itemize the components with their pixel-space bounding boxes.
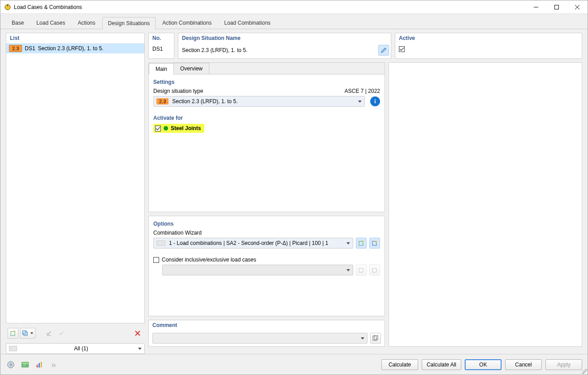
svg-rect-3: [11, 331, 15, 336]
tab-actions[interactable]: Actions: [72, 17, 101, 29]
chart-icon[interactable]: [35, 360, 44, 370]
apply-button[interactable]: Apply: [545, 359, 582, 370]
wizard-dropdown[interactable]: 1 - Load combinations | SA2 - Second-ord…: [153, 238, 353, 249]
filter-value: All (1): [27, 345, 135, 352]
svg-rect-1: [7, 4, 8, 6]
main-tab-panel: Main Overview Settings Design situation …: [148, 62, 385, 212]
comment-title: Comment: [149, 320, 385, 330]
edit-name-button[interactable]: [378, 45, 389, 56]
active-label: Active: [395, 33, 582, 43]
options-title: Options: [153, 221, 380, 227]
design-type-dropdown[interactable]: 2.3 Section 2.3 (LRFD), 1. to 5.: [153, 96, 365, 107]
consider-edit-button[interactable]: [369, 265, 380, 275]
design-type-value: Section 2.3 (LRFD), 1. to 5.: [172, 98, 238, 105]
design-type-badge: 2.3: [156, 98, 169, 105]
status-dot-icon: [164, 126, 168, 131]
uncheck-all-button[interactable]: [56, 328, 67, 339]
list-row-badge: 2.3: [9, 45, 22, 52]
list-header: List: [6, 33, 144, 43]
list-filter-dropdown[interactable]: All (1): [6, 343, 145, 354]
activate-title: Activate for: [153, 115, 380, 121]
no-value: DS1: [149, 43, 174, 55]
titlebar: Load Cases & Combinations: [0, 0, 588, 14]
list-toolbar: [6, 327, 145, 340]
wizard-edit-button[interactable]: [369, 238, 380, 249]
comment-library-button[interactable]: [370, 333, 381, 344]
ok-button[interactable]: OK: [465, 359, 502, 370]
design-type-label: Design situation type: [153, 88, 345, 94]
filter-swatch-icon: [9, 346, 17, 351]
minimize-button[interactable]: [526, 0, 546, 13]
copy-item-button[interactable]: [20, 328, 35, 339]
consider-checkbox[interactable]: [153, 257, 159, 263]
activate-label: Steel Joints: [171, 125, 201, 131]
consider-dropdown[interactable]: [162, 265, 353, 275]
no-panel: No. DS1: [148, 33, 174, 59]
tab-load-combinations[interactable]: Load Combinations: [218, 17, 276, 29]
wizard-swatch-icon: [156, 240, 165, 246]
list-row-name: Section 2.3 (LRFD), 1. to 5.: [38, 45, 104, 52]
svg-text:0,00: 0,00: [22, 363, 28, 367]
subtab-overview[interactable]: Overview: [173, 63, 209, 74]
tab-action-combinations[interactable]: Action Combinations: [156, 17, 217, 29]
svg-rect-19: [41, 362, 42, 367]
maximize-button[interactable]: [546, 0, 567, 13]
name-input[interactable]: Section 2.3 (LRFD), 1. to 5.: [182, 47, 376, 53]
units-icon[interactable]: 0,00: [20, 360, 30, 370]
design-code: ASCE 7 | 2022: [345, 88, 380, 94]
tab-design-situations[interactable]: Design Situations: [102, 17, 156, 29]
tab-base[interactable]: Base: [6, 17, 30, 29]
function-icon[interactable]: fx: [49, 360, 59, 370]
footer: ? 0,00 fx Calculate Calculate All OK Can…: [0, 354, 588, 375]
list-panel: List 2.3 DS1 Section 2.3 (LRFD), 1. to 5…: [6, 33, 145, 323]
app-icon: [4, 4, 11, 11]
settings-title: Settings: [153, 79, 380, 85]
wizard-value: 1 - Load combinations | SA2 - Second-ord…: [169, 240, 328, 246]
svg-text:fx: fx: [52, 362, 56, 367]
consider-label: Consider inclusive/exclusive load cases: [162, 257, 256, 263]
top-tabs: Base Load Cases Actions Design Situation…: [0, 14, 588, 29]
svg-rect-18: [39, 363, 40, 367]
comment-panel: Comment: [148, 320, 385, 347]
activate-item[interactable]: Steel Joints: [153, 124, 204, 133]
svg-rect-9: [359, 268, 363, 272]
active-checkbox[interactable]: [399, 46, 405, 52]
info-icon[interactable]: i: [370, 96, 380, 106]
resize-grip-icon[interactable]: [582, 369, 587, 374]
svg-rect-4: [22, 331, 26, 334]
preview-panel: [389, 62, 582, 347]
svg-rect-6: [359, 241, 363, 245]
svg-rect-2: [555, 5, 559, 9]
name-panel: Design Situation Name Section 2.3 (LRFD)…: [178, 33, 391, 59]
options-panel: Options Combination Wizard 1 - Load comb…: [148, 216, 385, 316]
subtab-main[interactable]: Main: [149, 63, 174, 74]
svg-rect-10: [372, 268, 376, 272]
cancel-button[interactable]: Cancel: [505, 359, 542, 370]
list-row[interactable]: 2.3 DS1 Section 2.3 (LRFD), 1. to 5.: [6, 44, 144, 53]
svg-point-8: [375, 241, 377, 243]
list-row-id: DS1: [25, 45, 35, 52]
new-item-button[interactable]: [8, 328, 18, 339]
svg-rect-17: [37, 365, 38, 367]
no-label: No.: [149, 33, 174, 43]
calculate-button[interactable]: Calculate: [381, 359, 418, 370]
delete-item-button[interactable]: [132, 328, 143, 339]
check-all-button[interactable]: [43, 328, 54, 339]
tab-load-cases[interactable]: Load Cases: [30, 17, 71, 29]
name-label: Design Situation Name: [178, 33, 391, 43]
help-icon[interactable]: ?: [6, 360, 16, 370]
window-title: Load Cases & Combinations: [14, 4, 82, 10]
comment-dropdown[interactable]: [152, 333, 368, 344]
active-panel: Active: [395, 33, 582, 59]
consider-new-button[interactable]: [356, 265, 367, 275]
close-button[interactable]: [567, 0, 588, 13]
svg-rect-5: [24, 332, 27, 336]
activate-checkbox[interactable]: [155, 126, 161, 131]
svg-text:?: ?: [9, 362, 12, 367]
calculate-all-button[interactable]: Calculate All: [422, 359, 461, 370]
wizard-new-button[interactable]: [356, 238, 367, 249]
wizard-label: Combination Wizard: [153, 230, 380, 236]
